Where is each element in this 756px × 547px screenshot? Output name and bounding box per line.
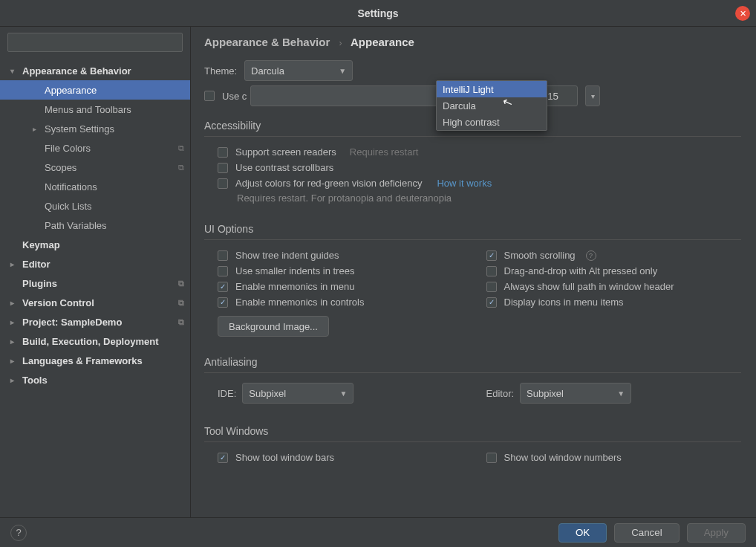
chevron-icon xyxy=(10,299,21,307)
smaller-indents-label: Use smaller indents in trees xyxy=(235,265,354,276)
help-button[interactable]: ? xyxy=(10,525,27,541)
sidebar-item-label: Editor xyxy=(22,259,50,270)
mnemonics-controls-label: Enable mnemonics in controls xyxy=(235,297,364,308)
sidebar-item-tools[interactable]: Tools xyxy=(0,370,190,389)
sidebar-item-path-variables[interactable]: Path Variables xyxy=(0,216,190,235)
cancel-button[interactable]: Cancel xyxy=(614,523,680,543)
color-deficiency-checkbox[interactable] xyxy=(218,178,228,189)
smaller-indents-checkbox[interactable] xyxy=(218,266,228,276)
mnemonics-menu-checkbox[interactable] xyxy=(218,282,228,292)
copy-icon: ⧉ xyxy=(178,298,184,308)
copy-icon: ⧉ xyxy=(178,317,184,327)
theme-option-intellij-light[interactable]: IntelliJ Light xyxy=(437,81,547,97)
mnemonics-controls-checkbox[interactable] xyxy=(218,297,228,308)
sidebar-item-project-sampledemo[interactable]: Project: SampleDemo⧉ xyxy=(0,312,190,331)
tw-bars-checkbox[interactable] xyxy=(218,453,228,463)
ok-button[interactable]: OK xyxy=(558,523,607,543)
sidebar-item-label: Appearance & Behavior xyxy=(22,65,131,77)
chevron-down-icon: ▼ xyxy=(339,67,346,75)
sidebar-item-scopes[interactable]: Scopes⧉ xyxy=(0,158,190,177)
sidebar-item-label: Build, Execution, Deployment xyxy=(22,336,158,347)
chevron-down-icon: ▼ xyxy=(339,389,347,398)
close-icon[interactable]: ✕ xyxy=(735,6,750,21)
sidebar-item-languages-frameworks[interactable]: Languages & Frameworks xyxy=(0,351,190,370)
tw-bars-label: Show tool window bars xyxy=(235,452,334,463)
aa-ide-dropdown[interactable]: Subpixel ▼ xyxy=(242,383,353,404)
chevron-icon xyxy=(10,376,21,384)
content-panel: Appearance & Behavior › Appearance Theme… xyxy=(191,27,756,517)
size-input[interactable] xyxy=(542,85,578,106)
mnemonics-menu-label: Enable mnemonics in menu xyxy=(235,281,354,292)
breadcrumb-leaf: Appearance xyxy=(351,36,414,48)
theme-option-darcula[interactable]: Darcula xyxy=(437,97,547,114)
sidebar-item-label: Plugins xyxy=(22,278,57,289)
screen-readers-checkbox[interactable] xyxy=(218,147,228,158)
sidebar-item-appearance[interactable]: Appearance xyxy=(0,80,190,100)
window-title: Settings xyxy=(357,7,398,19)
breadcrumb-parent: Appearance & Behavior xyxy=(204,36,330,48)
dialog-footer: ? OK Cancel Apply xyxy=(0,517,756,547)
chevron-icon xyxy=(10,357,21,365)
background-image-button[interactable]: Background Image... xyxy=(218,316,329,337)
theme-selected: Darcula xyxy=(251,65,284,77)
chevron-down-icon: ▼ xyxy=(617,389,625,398)
custom-font-checkbox[interactable] xyxy=(204,91,215,101)
smooth-scroll-label: Smooth scrolling xyxy=(504,250,576,261)
contrast-scrollbars-label: Use contrast scrollbars xyxy=(235,162,333,173)
sidebar-item-system-settings[interactable]: System Settings xyxy=(0,119,190,138)
sidebar-item-label: Menus and Toolbars xyxy=(45,104,131,115)
tree-guides-checkbox[interactable] xyxy=(218,250,228,261)
sidebar-item-label: Notifications xyxy=(45,181,97,192)
contrast-scrollbars-checkbox[interactable] xyxy=(218,163,228,173)
copy-icon: ⧉ xyxy=(178,279,184,288)
icons-menu-checkbox[interactable] xyxy=(486,297,497,308)
breadcrumb: Appearance & Behavior › Appearance xyxy=(204,36,741,48)
sidebar-item-version-control[interactable]: Version Control⧉ xyxy=(0,293,190,312)
aa-editor-dropdown[interactable]: Subpixel ▼ xyxy=(520,383,631,404)
titlebar: Settings ✕ xyxy=(0,0,756,27)
tree-guides-label: Show tree indent guides xyxy=(235,250,339,261)
aa-ide-value: Subpixel xyxy=(249,388,286,399)
sidebar-item-appearance-behavior[interactable]: Appearance & Behavior xyxy=(0,61,190,80)
theme-dropdown[interactable]: Darcula ▼ xyxy=(244,60,353,81)
dnd-alt-checkbox[interactable] xyxy=(486,266,497,276)
full-path-checkbox[interactable] xyxy=(486,282,497,292)
apply-button[interactable]: Apply xyxy=(687,523,746,543)
sidebar-item-label: System Settings xyxy=(45,123,114,135)
chevron-icon xyxy=(10,337,21,346)
theme-option-high-contrast[interactable]: High contrast xyxy=(437,114,547,130)
sidebar-item-file-colors[interactable]: File Colors⧉ xyxy=(0,138,190,158)
search-input[interactable] xyxy=(7,33,183,52)
sidebar-item-label: Keymap xyxy=(22,239,60,250)
sidebar-item-notifications[interactable]: Notifications xyxy=(0,177,190,196)
deficiency-note: Requires restart. For protanopia and deu… xyxy=(204,192,741,204)
sidebar-item-plugins[interactable]: Plugins⧉ xyxy=(0,274,190,293)
sidebar-item-label: Tools xyxy=(22,375,48,386)
sidebar-item-label: Languages & Frameworks xyxy=(22,355,143,366)
sidebar-item-quick-lists[interactable]: Quick Lists xyxy=(0,196,190,216)
chevron-icon xyxy=(10,67,21,75)
copy-icon: ⧉ xyxy=(178,143,184,153)
tw-numbers-checkbox[interactable] xyxy=(486,453,497,463)
chevron-icon xyxy=(33,125,43,133)
settings-tree: Appearance & BehaviorAppearanceMenus and… xyxy=(0,58,190,517)
how-it-works-link[interactable]: How it works xyxy=(437,178,492,189)
full-path-label: Always show full path in window header xyxy=(504,281,674,292)
custom-font-label: Use c xyxy=(222,91,247,102)
chevron-icon xyxy=(10,260,21,268)
sidebar-item-editor[interactable]: Editor xyxy=(0,254,190,274)
dnd-alt-label: Drag-and-drop with Alt pressed only xyxy=(504,265,658,276)
antialiasing-heading: Antialiasing xyxy=(204,356,741,368)
sidebar-item-label: Appearance xyxy=(45,85,97,96)
info-icon[interactable]: ? xyxy=(586,250,596,261)
size-stepper[interactable]: ▾ xyxy=(585,85,600,106)
sidebar-item-keymap[interactable]: Keymap xyxy=(0,235,190,254)
tw-numbers-label: Show tool window numbers xyxy=(504,452,622,463)
ui-options-heading: UI Options xyxy=(204,223,741,235)
sidebar-item-build-execution-deployment[interactable]: Build, Execution, Deployment xyxy=(0,331,190,351)
copy-icon: ⧉ xyxy=(178,163,184,172)
aa-ide-label: IDE: xyxy=(218,388,236,399)
screen-readers-hint: Requires restart xyxy=(350,146,418,158)
smooth-scroll-checkbox[interactable] xyxy=(486,250,497,261)
sidebar-item-menus-and-toolbars[interactable]: Menus and Toolbars xyxy=(0,100,190,119)
